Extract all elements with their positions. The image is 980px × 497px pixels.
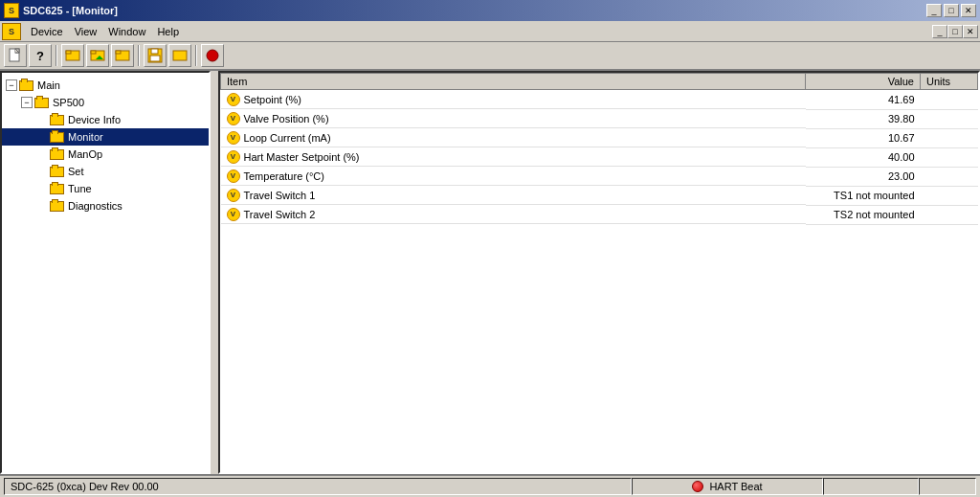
svg-rect-12	[173, 51, 187, 60]
table-row[interactable]: VValve Position (%)39.80	[221, 109, 978, 128]
value-cell-0: 41.69	[806, 90, 921, 110]
svg-rect-3	[66, 51, 71, 54]
toolbar-btn3[interactable]	[61, 44, 84, 67]
toolbar-btn4[interactable]	[86, 44, 109, 67]
item-cell-6: VTravel Switch 2	[221, 205, 806, 224]
svg-rect-5	[91, 51, 96, 54]
value-cell-2: 10.67	[806, 128, 921, 147]
status-right2	[919, 478, 976, 495]
units-cell-6	[921, 205, 978, 224]
title-bar: S SDC625 - [Monitor] _ □ ✕	[0, 0, 980, 21]
vi-icon-0: V	[227, 93, 240, 106]
inner-maximize-button[interactable]: □	[947, 25, 963, 38]
tree-panel[interactable]: − Main − SP500 Device Info Monitor ManOp	[0, 71, 211, 474]
menu-device[interactable]: Device	[25, 24, 69, 39]
hart-text: HART Beat	[709, 481, 762, 492]
toolbar-btn5[interactable]	[111, 44, 134, 67]
value-cell-3: 40.00	[806, 147, 921, 167]
tree-label-manop: ManOp	[68, 148, 102, 160]
vi-icon-3: V	[227, 150, 240, 164]
tree-item-sp500[interactable]: − SP500	[2, 94, 209, 111]
table-row[interactable]: VTemperature (°C)23.00	[221, 167, 978, 186]
app-menu-icon: S	[2, 23, 21, 40]
toolbar-separator-3	[195, 45, 197, 66]
maximize-button[interactable]: □	[944, 4, 959, 17]
units-cell-4	[921, 167, 978, 186]
folder-icon-set	[50, 167, 64, 177]
toolbar-separator-2	[138, 45, 140, 66]
tree-item-manop[interactable]: ManOp	[2, 146, 209, 163]
panel-splitter[interactable]	[211, 71, 214, 474]
toolbar-save-button[interactable]	[144, 44, 167, 67]
item-label-6: Travel Switch 2	[244, 209, 316, 220]
table-row[interactable]: VSetpoint (%)41.69	[221, 90, 978, 110]
tree-label-device-info: Device Info	[68, 114, 121, 125]
toolbar: ?	[0, 42, 980, 71]
value-cell-4: 23.00	[806, 167, 921, 186]
status-main: SDC-625 (0xca) Dev Rev 00.00	[4, 478, 632, 495]
item-label-3: Hart Master Setpoint (%)	[244, 151, 360, 163]
window-title: SDC625 - [Monitor]	[23, 5, 923, 16]
table-row[interactable]: VTravel Switch 1TS1 not mounted	[221, 186, 978, 205]
tree-label-diagnostics: Diagnostics	[68, 200, 122, 212]
table-row[interactable]: VTravel Switch 2TS2 not mounted	[221, 205, 978, 224]
menu-view[interactable]: View	[69, 24, 103, 39]
value-cell-1: 39.80	[806, 109, 921, 128]
data-panel: Item Value Units VSetpoint (%)41.69VValv…	[218, 71, 980, 474]
table-row[interactable]: VLoop Current (mA)10.67	[221, 128, 978, 147]
item-cell-1: VValve Position (%)	[221, 109, 806, 128]
vi-icon-2: V	[227, 131, 240, 145]
toolbar-btn7[interactable]	[168, 44, 191, 67]
tree-expand-sp500[interactable]: −	[21, 97, 33, 108]
units-cell-5	[921, 186, 978, 205]
tree-item-set[interactable]: Set	[2, 163, 209, 180]
tree-label-set: Set	[68, 166, 84, 177]
toolbar-help-button[interactable]: ?	[29, 44, 52, 67]
item-cell-3: VHart Master Setpoint (%)	[221, 147, 806, 167]
app-icon: S	[4, 3, 19, 18]
units-cell-2	[921, 128, 978, 147]
vi-icon-6: V	[227, 208, 240, 221]
svg-point-13	[207, 50, 218, 61]
item-label-2: Loop Current (mA)	[244, 132, 331, 144]
value-cell-5: TS1 not mounted	[806, 186, 921, 205]
tree-item-device-info[interactable]: Device Info	[2, 111, 209, 128]
folder-icon-main	[19, 80, 33, 91]
vi-icon-5: V	[227, 189, 240, 202]
tree-label-main: Main	[37, 79, 60, 91]
folder-icon-device-info	[50, 115, 64, 125]
item-label-1: Valve Position (%)	[244, 113, 329, 124]
tree-item-main[interactable]: − Main	[2, 77, 209, 94]
menu-help[interactable]: Help	[151, 24, 185, 39]
vi-icon-1: V	[227, 112, 240, 125]
hart-led-icon	[692, 481, 703, 492]
close-button[interactable]: ✕	[961, 4, 976, 17]
item-cell-0: VSetpoint (%)	[221, 90, 806, 109]
monitor-table: Item Value Units VSetpoint (%)41.69VValv…	[220, 73, 978, 225]
svg-rect-10	[151, 49, 158, 54]
inner-close-button[interactable]: ✕	[963, 25, 978, 38]
tree-label-sp500: SP500	[53, 97, 84, 108]
tree-label-tune: Tune	[68, 183, 92, 194]
tree-expand-main[interactable]: −	[6, 79, 17, 91]
svg-rect-11	[150, 56, 160, 61]
status-bar: SDC-625 (0xca) Dev Rev 00.00 HART Beat	[0, 474, 980, 497]
title-bar-buttons: _ □ ✕	[926, 4, 976, 17]
toolbar-new-button[interactable]	[4, 44, 27, 67]
item-label-4: Temperature (°C)	[244, 170, 324, 182]
units-cell-1	[921, 109, 978, 128]
toolbar-stop-button[interactable]	[201, 44, 224, 67]
tree-item-diagnostics[interactable]: Diagnostics	[2, 197, 209, 215]
table-row[interactable]: VHart Master Setpoint (%)40.00	[221, 147, 978, 167]
item-label-0: Setpoint (%)	[244, 94, 302, 105]
minimize-button[interactable]: _	[926, 4, 942, 17]
menu-window[interactable]: Window	[102, 24, 151, 39]
units-cell-3	[921, 147, 978, 167]
value-cell-6: TS2 not mounted	[806, 205, 921, 224]
tree-item-tune[interactable]: Tune	[2, 180, 209, 197]
tree-item-monitor[interactable]: Monitor	[2, 128, 209, 146]
col-units: Units	[921, 74, 978, 90]
inner-minimize-button[interactable]: _	[932, 25, 947, 38]
folder-icon-monitor	[50, 132, 64, 143]
main-area: − Main − SP500 Device Info Monitor ManOp	[0, 71, 980, 474]
